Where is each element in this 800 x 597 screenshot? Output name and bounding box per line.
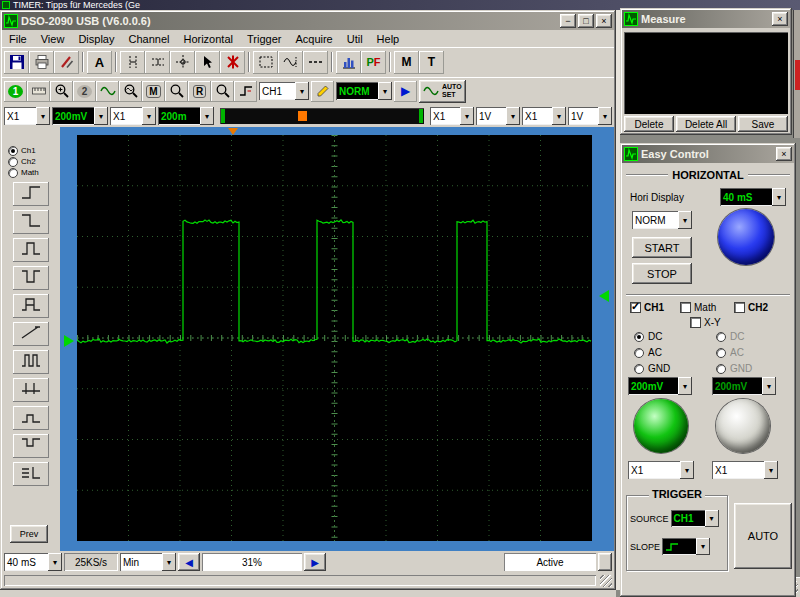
hori-mode-select[interactable]: NORM▾ [632,211,692,229]
wave-button[interactable] [96,81,119,102]
interpolation-select[interactable]: Min▾ [120,553,176,571]
interval-trigger-button[interactable] [13,378,49,402]
trigger-slope-select[interactable]: ▾ [662,538,710,555]
chevron-down-icon[interactable]: ▾ [94,107,108,125]
chevron-down-icon[interactable]: ▾ [772,188,786,206]
window-trigger-button[interactable] [13,350,49,374]
ch2-checkbox[interactable]: CH2 [734,302,768,313]
zoom-button[interactable] [211,81,234,102]
r-badge-button[interactable]: R [188,81,211,102]
slope-trigger-button[interactable] [13,322,49,346]
stop-button[interactable]: STOP [632,263,692,284]
save-button[interactable] [4,51,29,74]
run-acquisition-button[interactable]: ▶ [394,81,417,102]
scroll-right-button[interactable]: ▶ [304,553,326,571]
delete-all-button[interactable]: Delete All [676,116,736,132]
save-measure-button[interactable]: Save [738,116,788,132]
menu-item-help[interactable]: Help [370,32,407,46]
ch2-dc-radio[interactable]: DC [716,331,744,342]
trigger-position-slider[interactable] [220,108,424,124]
histogram-button[interactable] [336,51,361,74]
menu-item-trigger[interactable]: Trigger [240,32,288,46]
menu-item-channel[interactable]: Channel [121,32,176,46]
resize-grip[interactable] [600,575,612,587]
ch1-ac-radio[interactable]: AC [634,347,662,358]
pattern-trigger-button[interactable] [13,462,49,486]
wave-measure-button[interactable] [278,51,303,74]
trigger-level-marker[interactable] [599,290,609,302]
hori-timebase-select[interactable]: 40 mS▾ [720,188,786,206]
pulse-positive-button[interactable] [13,238,49,262]
ch2-voltage-select[interactable]: 200m▾ [158,107,214,125]
chevron-down-icon[interactable]: ▾ [295,82,309,100]
math-m-button[interactable]: M [394,51,419,74]
chevron-down-icon[interactable]: ▾ [506,107,520,125]
ch1-volts-select[interactable]: 200mV▾ [628,377,692,395]
zoom-wave-button[interactable] [119,81,142,102]
chevron-down-icon[interactable]: ▾ [162,553,176,571]
easy-control-close-button[interactable]: × [776,147,792,161]
horizontal-knob[interactable] [718,209,774,265]
refb-voltage-select[interactable]: 1V▾ [568,107,612,125]
channel-select-ch1[interactable]: Ch1 [8,145,60,156]
maximize-button[interactable]: □ [578,14,594,28]
runt-negative-button[interactable] [13,434,49,458]
ch1-ground-marker[interactable] [64,335,74,347]
ch2-volts-select[interactable]: 200mV▾ [712,377,776,395]
runt-positive-button[interactable] [13,406,49,430]
trigger-position-marker[interactable] [228,128,238,135]
slider-handle-icon[interactable] [298,111,307,121]
chevron-down-icon[interactable]: ▾ [142,107,156,125]
chevron-down-icon[interactable]: ▾ [762,377,776,395]
easy-control-titlebar[interactable]: Easy Control × [622,145,794,163]
probe-pen-button[interactable] [311,81,334,102]
chevron-down-icon[interactable]: ▾ [48,553,62,571]
chevron-down-icon[interactable]: ▾ [552,107,566,125]
xy-checkbox[interactable]: X-Y [690,317,721,328]
chevron-down-icon[interactable]: ▾ [36,107,50,125]
text-label-button[interactable]: A [87,51,112,74]
auto-set-button[interactable]: AUTO SET [419,80,466,103]
ch1-multiplier-panel-select[interactable]: X1▾ [628,461,694,479]
ch1-gnd-radio[interactable]: GND [634,363,670,374]
trigger-source-panel-select[interactable]: CH1▾ [671,510,719,527]
auto-trigger-button[interactable]: AUTO [734,503,792,569]
trigger-source-select[interactable]: CH1 ▾ [259,82,309,100]
fall-edge-button[interactable] [13,210,49,234]
zoom-in-button[interactable] [50,81,73,102]
ch2-multiplier-select[interactable]: X1▾ [110,107,156,125]
menu-item-horizontal[interactable]: Horizontal [176,32,240,46]
scope-display[interactable] [77,135,592,541]
chevron-down-icon[interactable]: ▾ [705,510,719,527]
zoom-button[interactable] [165,81,188,102]
cursor-horizontal-button[interactable] [145,51,170,74]
chevron-down-icon[interactable]: ▾ [598,107,612,125]
dashed-line-button[interactable] [303,51,328,74]
ch2-volts-knob[interactable] [716,399,770,453]
m-badge-button[interactable]: M [142,81,165,102]
menu-item-display[interactable]: Display [71,32,121,46]
cursor-arrow-button[interactable] [195,51,220,74]
print-button[interactable] [29,51,54,74]
ch1-voltage-select[interactable]: 200mV▾ [52,107,108,125]
bottom-bar-stub-button[interactable] [598,553,612,571]
chevron-down-icon[interactable]: ▾ [678,377,692,395]
measure-close-button[interactable]: × [772,12,788,26]
close-button[interactable]: × [596,14,612,28]
select-rect-button[interactable] [253,51,278,74]
pulse-negative-button[interactable] [13,266,49,290]
ch1-dc-radio[interactable]: DC [634,331,662,342]
scroll-left-button[interactable]: ◀ [178,553,200,571]
chevron-down-icon[interactable]: ▾ [764,461,778,479]
menu-item-view[interactable]: View [34,32,72,46]
ch2-badge-button[interactable]: 2 [73,81,96,102]
channel-select-math[interactable]: Math [8,167,60,178]
chevron-down-icon[interactable]: ▾ [378,82,392,100]
pass-fail-button[interactable]: PF [361,51,386,74]
math-checkbox[interactable]: Math [680,302,716,313]
text-t-button[interactable]: T [419,51,444,74]
main-titlebar[interactable]: DSO-2090 USB (V6.0.0.6) − □ × [2,12,614,30]
refa-voltage-select[interactable]: 1V▾ [476,107,520,125]
cursor-vertical-button[interactable] [120,51,145,74]
ch1-multiplier-select[interactable]: X1▾ [4,107,50,125]
